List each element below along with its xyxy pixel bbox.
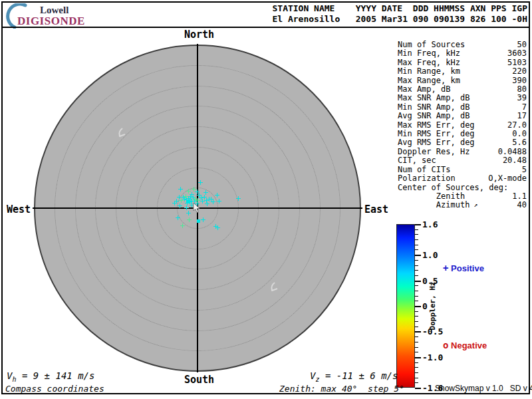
stats-panel: Num of Sources50Min Freq, kHz3603Max Fre… xyxy=(398,41,527,210)
source-point xyxy=(204,198,209,203)
stat-label: Max SNR Amp, dB xyxy=(398,94,469,102)
crescent-mark xyxy=(269,281,281,293)
source-point xyxy=(188,200,192,204)
stat-value: 39 xyxy=(517,94,527,102)
stat-label: Num of Sources xyxy=(398,41,465,49)
stat-label: Max Range, km xyxy=(398,76,460,85)
source-point xyxy=(236,196,241,201)
stat-value: 40 xyxy=(517,201,527,209)
stat-row: Min RMS Err, deg0.0 xyxy=(398,130,527,138)
source-point xyxy=(197,219,200,223)
software-version: ShowSkymap v 1.0 SD v 4.2 xyxy=(435,384,532,393)
stat-row: Max RMS Err, deg27.0 xyxy=(398,121,527,130)
stat-row: Avg RMS Err, deg5.6 xyxy=(398,138,527,147)
stat-value: 5 xyxy=(522,166,527,174)
stat-value: 220 xyxy=(512,67,527,76)
stat-value: 0.0488 xyxy=(498,148,527,156)
colorbar-minor-tick xyxy=(415,321,418,322)
colorbar-minor-tick xyxy=(415,260,418,261)
colorbar-minor-tick xyxy=(415,229,418,230)
header-columns-row: STATION NAME YYYY DATE DDD HHMMSS AXN PP… xyxy=(272,3,527,13)
azimuth-direction-icon: ↗ xyxy=(469,201,477,208)
stat-row: CIT, sec20.48 xyxy=(398,156,527,165)
colorbar-minor-tick xyxy=(415,270,418,271)
colorbar-major-tick xyxy=(415,357,421,358)
source-point xyxy=(172,201,177,205)
stat-row: Doppler Res, Hz0.0488 xyxy=(398,148,527,156)
legend-negative-label: Negative xyxy=(451,340,487,350)
colorbar-minor-tick xyxy=(415,265,418,266)
colorbar-minor-tick xyxy=(415,296,418,297)
crescent-mark xyxy=(116,127,128,139)
colorbar-minor-tick xyxy=(415,382,418,383)
stat-value: 0.0 xyxy=(512,130,527,138)
stat-value: 5.6 xyxy=(512,138,527,147)
stat-row: PolarizationO,X-mode xyxy=(398,174,527,183)
stat-row: Center of Sources, deg: xyxy=(398,184,527,192)
source-point xyxy=(180,223,185,228)
source-point xyxy=(215,193,219,198)
colorbar-minor-tick xyxy=(415,336,418,337)
source-point xyxy=(178,187,183,192)
stat-row: Min SNR Amp, dB7 xyxy=(398,103,527,112)
stat-label: Avg SNR Amp, dB xyxy=(398,112,469,120)
colorbar-minor-tick xyxy=(415,342,418,342)
colorbar-minor-tick xyxy=(415,239,418,240)
legend-negative: o Negative xyxy=(443,340,487,350)
colorbar-minor-tick xyxy=(415,285,418,286)
stat-label: Num of CITs xyxy=(398,166,450,174)
legend-positive-label: Positive xyxy=(451,263,484,273)
doppler-colorbar xyxy=(396,224,415,388)
colorbar-minor-tick xyxy=(415,372,418,373)
colorbar-minor-tick xyxy=(415,245,418,245)
stat-label: Min Freq, kHz xyxy=(398,49,460,58)
colorbar-minor-tick xyxy=(415,316,418,317)
source-point xyxy=(198,180,203,185)
stat-row: Max SNR Amp, dB39 xyxy=(398,94,527,102)
coordinate-system-note: Compass coordinates xyxy=(5,384,104,394)
colorbar-minor-tick xyxy=(415,301,418,301)
colorbar-minor-tick xyxy=(415,234,418,235)
compass-label-north: North xyxy=(184,29,214,41)
stat-row: Max Range, km390 xyxy=(398,76,527,85)
stat-value: 17 xyxy=(517,112,527,120)
colorbar-major-tick xyxy=(415,281,421,282)
stat-label: Avg RMS Err, deg xyxy=(398,138,475,147)
colorbar-minor-tick xyxy=(415,352,418,352)
colorbar-major-tick xyxy=(415,255,421,256)
source-point xyxy=(184,194,188,199)
colorbar-axis-label: Doppler, Hz xyxy=(428,266,438,346)
source-point xyxy=(187,217,192,222)
colorbar-minor-tick xyxy=(415,291,418,291)
stat-value: 3603 xyxy=(507,49,527,58)
source-point xyxy=(203,190,208,195)
source-point xyxy=(192,187,196,192)
colorbar-minor-tick xyxy=(415,311,418,312)
zenith-scale-note: Zenith: max 40° step 5° xyxy=(279,384,404,394)
source-point xyxy=(178,203,182,208)
source-point xyxy=(188,194,193,199)
stat-label: Min SNR Amp, dB xyxy=(398,103,469,112)
stat-value: 20.48 xyxy=(503,156,527,165)
stat-label: Max RMS Err, deg xyxy=(398,121,475,130)
stat-label: CIT, sec xyxy=(398,156,436,165)
stat-value: 80 xyxy=(517,85,527,94)
source-point xyxy=(201,217,205,222)
source-point xyxy=(186,211,191,215)
stat-label: Center of Sources, deg: xyxy=(398,184,508,192)
source-point xyxy=(209,197,213,201)
source-point xyxy=(176,215,180,220)
logo-digisonde-text: DIGISONDE xyxy=(17,15,85,28)
header-divider xyxy=(1,27,530,28)
stat-row: Num of CITs5 xyxy=(398,166,527,174)
stat-value: 7 xyxy=(522,103,527,112)
stat-row: Max Freq, kHz5103 xyxy=(398,59,527,67)
plus-marker-icon: + xyxy=(443,263,448,273)
vertical-velocity: Vz = -11 ± 6 m/s xyxy=(310,370,398,383)
stat-row: Max Amp, dB80 xyxy=(398,85,527,94)
colorbar-minor-tick xyxy=(415,275,418,276)
lowell-digisonde-logo: Lowell DIGISONDE xyxy=(5,3,118,27)
stat-value: O,X-mode xyxy=(488,174,527,183)
compass-label-west: West xyxy=(7,203,31,215)
stat-label: Max Freq, kHz xyxy=(398,59,460,67)
